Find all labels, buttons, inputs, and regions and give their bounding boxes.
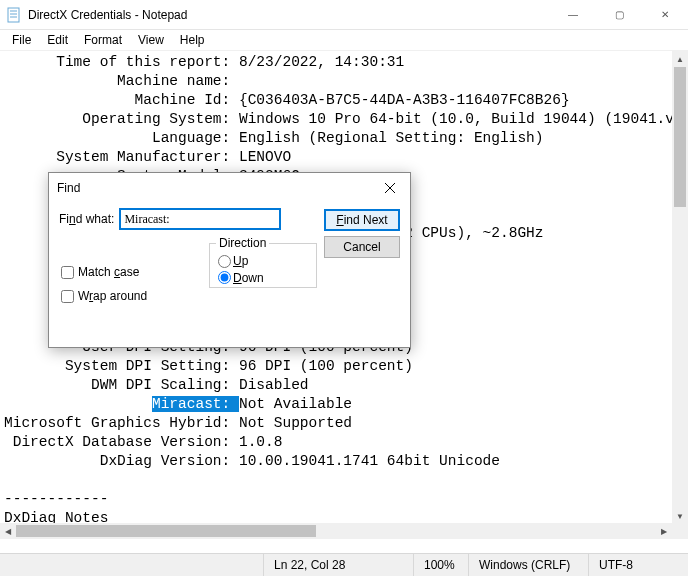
down-u: D [233, 271, 242, 285]
scroll-up-icon[interactable]: ▲ [672, 51, 688, 67]
wrap-around-checkbox[interactable] [61, 290, 74, 303]
notepad-icon [6, 7, 22, 23]
mc-post: ase [120, 265, 139, 279]
find-label-post: d what: [76, 212, 115, 226]
hscroll-thumb[interactable] [16, 525, 316, 537]
menu-format[interactable]: Format [76, 31, 130, 49]
find-what-input[interactable] [120, 209, 280, 229]
cancel-button[interactable]: Cancel [324, 236, 400, 258]
direction-up-radio[interactable] [218, 255, 231, 268]
vscroll-track[interactable] [672, 67, 688, 508]
direction-up-option[interactable]: Up [218, 254, 248, 268]
menu-help[interactable]: Help [172, 31, 213, 49]
find-next-u: F [336, 213, 343, 227]
window-title: DirectX Credentials - Notepad [28, 8, 550, 22]
title-bar: DirectX Credentials - Notepad — ▢ ✕ [0, 0, 688, 30]
wr-pre: W [78, 289, 89, 303]
vscroll-thumb[interactable] [674, 67, 686, 207]
find-options: Match case Wrap around [61, 265, 147, 303]
maximize-button[interactable]: ▢ [596, 0, 642, 30]
find-dialog-title: Find [49, 173, 410, 203]
wr-post: ap around [93, 289, 147, 303]
find-next-post: ind Next [344, 213, 388, 227]
wrap-around-option[interactable]: Wrap around [61, 289, 147, 303]
match-case-checkbox[interactable] [61, 266, 74, 279]
status-encoding: UTF-8 [588, 554, 688, 576]
menu-bar: File Edit Format View Help [0, 30, 688, 50]
scrollbar-corner [672, 523, 688, 539]
direction-legend: Direction [216, 236, 269, 250]
horizontal-scrollbar[interactable]: ◀ ▶ [0, 523, 672, 539]
close-button[interactable]: ✕ [642, 0, 688, 30]
menu-view[interactable]: View [130, 31, 172, 49]
editor-highlight-prefix [4, 396, 152, 412]
status-position: Ln 22, Col 28 [263, 554, 413, 576]
up-post: p [242, 254, 249, 268]
editor-text-after: Microsoft Graphics Hybrid: Not Supported… [4, 415, 500, 524]
direction-down-radio[interactable] [218, 271, 231, 284]
vertical-scrollbar[interactable]: ▲ ▼ [672, 51, 688, 524]
find-label-pre: Fi [59, 212, 69, 226]
status-line-ending: Windows (CRLF) [468, 554, 588, 576]
scroll-right-icon[interactable]: ▶ [656, 523, 672, 539]
status-bar: Ln 22, Col 28 100% Windows (CRLF) UTF-8 [0, 553, 688, 576]
svg-rect-0 [8, 8, 19, 22]
find-dialog: Find Find what: Find Next Cancel Directi… [48, 172, 411, 348]
find-label-u: n [69, 212, 76, 226]
scroll-left-icon[interactable]: ◀ [0, 523, 16, 539]
up-u: U [233, 254, 242, 268]
status-zoom: 100% [413, 554, 468, 576]
direction-down-option[interactable]: Down [218, 271, 264, 285]
hscroll-track[interactable] [16, 523, 656, 539]
down-post: own [242, 271, 264, 285]
window-controls: — ▢ ✕ [550, 0, 688, 30]
find-next-button[interactable]: Find Next [324, 209, 400, 231]
find-what-label: Find what: [59, 212, 114, 226]
editor-search-highlight: Miracast: [152, 396, 239, 412]
editor-highlight-suffix: Not Available [239, 396, 352, 412]
scroll-down-icon[interactable]: ▼ [672, 508, 688, 524]
mc-pre: Match [78, 265, 114, 279]
menu-file[interactable]: File [4, 31, 39, 49]
minimize-button[interactable]: — [550, 0, 596, 30]
find-dialog-buttons: Find Next Cancel [324, 209, 400, 258]
match-case-option[interactable]: Match case [61, 265, 147, 279]
direction-group: Direction Up Down [209, 243, 317, 288]
menu-edit[interactable]: Edit [39, 31, 76, 49]
find-close-button[interactable] [370, 173, 410, 203]
